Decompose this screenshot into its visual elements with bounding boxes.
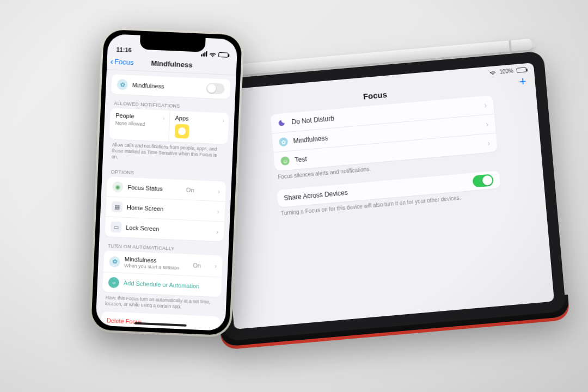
mindfulness-icon: ✿ (117, 79, 128, 90)
lock-screen-label: Lock Screen (126, 224, 160, 232)
back-button[interactable]: ‹ Focus (107, 57, 134, 66)
chevron-right-icon: › (215, 262, 217, 270)
chevron-right-icon: › (218, 187, 220, 195)
focus-mode-label: Do Not Disturb (291, 114, 335, 126)
add-focus-button[interactable]: + (519, 75, 527, 88)
battery-icon (218, 52, 228, 57)
wifi-icon (209, 51, 216, 57)
mindfulness-icon: ✿ (279, 137, 288, 146)
mindfulness-icon: ✿ (109, 256, 120, 267)
battery-percent: 100% (499, 68, 513, 75)
share-toggle[interactable] (472, 174, 494, 187)
ipad-device: 100% Focus + Do Not Distu (201, 51, 566, 341)
plus-icon: ＋ (108, 277, 119, 289)
clock: 11:16 (116, 46, 132, 53)
allowed-apps-title: Apps (175, 115, 223, 124)
chevron-right-icon: › (486, 120, 489, 128)
wifi-icon (489, 70, 497, 75)
focus-mode-label: Mindfulness (293, 134, 328, 145)
moon-icon (277, 118, 286, 127)
allowed-apps[interactable]: Apps › (168, 111, 229, 144)
home-screen-icon: ▦ (112, 201, 123, 213)
automation-value: On (193, 262, 201, 269)
delete-focus-button[interactable]: Delete Focus (101, 311, 220, 331)
battery-icon (516, 67, 526, 73)
chevron-right-icon: › (222, 117, 224, 124)
lock-screen-icon: ▭ (111, 222, 122, 233)
app-icon (174, 124, 189, 139)
notch (140, 35, 206, 52)
chevron-right-icon: › (163, 115, 165, 121)
iphone-screen: 11:16 ‹ Focus Mindfulness (95, 34, 237, 331)
allowed-people-sub: None allowed (115, 120, 163, 128)
focus-mode-label: Test (295, 155, 307, 164)
chevron-right-icon: › (487, 139, 491, 148)
home-screen-label: Home Screen (127, 204, 164, 212)
smiley-icon: ☺ (280, 156, 290, 166)
chevron-right-icon: › (484, 101, 487, 109)
focus-status-icon: ◉ (112, 181, 124, 193)
cellular-icon (201, 51, 207, 57)
allowed-people-title: People (115, 112, 164, 121)
ipad-screen: 100% Focus + Do Not Distu (213, 63, 554, 329)
focus-master-toggle[interactable] (206, 83, 225, 94)
add-automation-label: Add Schedule or Automation (124, 280, 200, 290)
back-label: Focus (114, 58, 134, 67)
iphone-device: 11:16 ‹ Focus Mindfulness (89, 27, 244, 338)
chevron-right-icon: › (217, 207, 219, 216)
chevron-right-icon: › (216, 228, 218, 236)
allowed-people[interactable]: People None allowed › (109, 108, 169, 142)
focus-status-value: On (186, 187, 194, 194)
share-label: Share Across Devices (284, 189, 348, 202)
chevron-left-icon: ‹ (110, 58, 113, 65)
focus-status-label: Focus Status (127, 184, 163, 192)
focus-name: Mindfulness (132, 82, 164, 90)
